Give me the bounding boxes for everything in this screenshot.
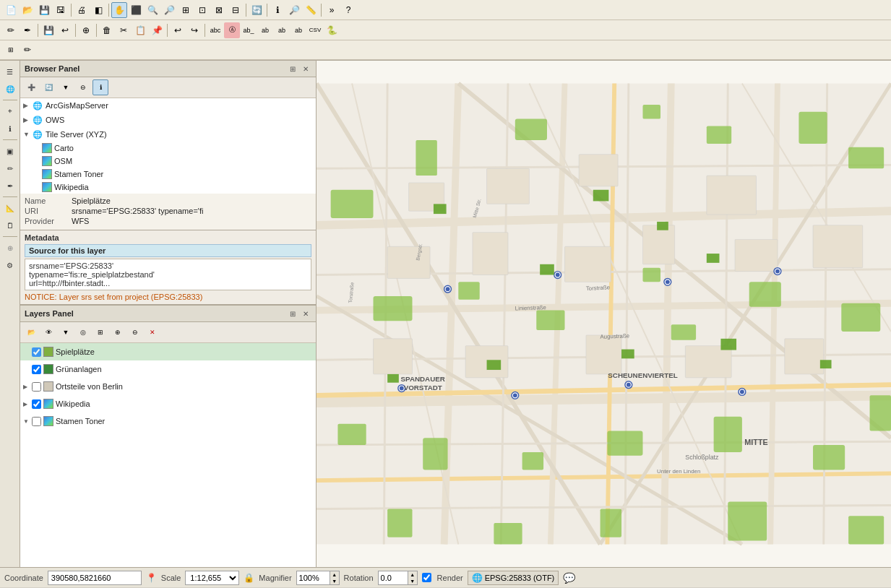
magnifier-input[interactable] [297, 571, 330, 584]
sidebar-measure-btn[interactable]: 📐 [2, 200, 18, 216]
layer-check-grunanlagen[interactable] [32, 365, 41, 374]
browser-collapse-btn[interactable]: ⊖ [75, 79, 91, 95]
tree-item-stamen[interactable]: Stamen Toner [20, 168, 316, 181]
measure-button[interactable]: 📏 [303, 2, 319, 18]
zoom-out-button[interactable]: 🔎 [161, 2, 177, 18]
label-button-5[interactable]: ab [274, 22, 290, 38]
layers-filter-btn[interactable]: ▼ [58, 324, 74, 340]
csv-button[interactable]: CSV [307, 22, 323, 38]
sidebar-identify-btn[interactable]: ℹ [2, 121, 18, 137]
zoom-layer-button[interactable]: ⊡ [194, 2, 210, 18]
preview-button[interactable]: ◧ [90, 2, 106, 18]
layer-item-stamen[interactable]: ▼ Stamen Toner [20, 412, 316, 430]
sidebar-sep-3 [3, 196, 17, 197]
redo-button[interactable]: ↪ [186, 22, 202, 38]
add-feature-button[interactable]: ⊕ [78, 22, 94, 38]
label-button-4[interactable]: ab [257, 22, 273, 38]
sidebar-browser-btn[interactable]: 🌐 [2, 81, 18, 97]
rotation-down-btn[interactable]: ▼ [408, 578, 417, 584]
paste-button[interactable]: 📌 [149, 22, 165, 38]
sidebar-processing-btn[interactable]: ⚙ [2, 257, 18, 273]
sidebar-gps-btn[interactable]: ⊕ [2, 240, 18, 256]
save-edits-button[interactable]: 💾 [40, 22, 56, 38]
copy-button[interactable]: 📋 [132, 22, 148, 38]
refresh-button[interactable]: 🔄 [249, 2, 264, 18]
layer-check-ortsteile[interactable] [32, 382, 41, 392]
identify-button[interactable]: ℹ [270, 2, 285, 18]
pan-button[interactable]: ✋ [111, 2, 127, 18]
browser-add-btn[interactable]: ➕ [23, 79, 39, 95]
tree-item-wikipedia[interactable]: Wikipedia [20, 181, 316, 194]
tree-item-arcgis[interactable]: ▶ 🌐 ArcGisMapServer [20, 98, 316, 113]
layers-style-btn[interactable]: ◎ [75, 324, 91, 340]
magnifier-down-btn[interactable]: ▼ [330, 578, 339, 584]
label-button-3[interactable]: ab_ [241, 22, 257, 38]
sidebar-digitize-btn[interactable]: ✒ [2, 178, 18, 194]
toolbar-sep-2 [108, 4, 109, 17]
digitize-button[interactable]: ✏ [3, 22, 19, 38]
tree-item-carto[interactable]: Carto [20, 142, 316, 155]
new-project-button[interactable]: 📄 [3, 2, 19, 18]
sidebar-select-btn[interactable]: ▣ [2, 143, 18, 159]
layers-collapse-btn[interactable]: ⊖ [127, 324, 143, 340]
map-area[interactable]: SPANDAUER VORSTADT SCHEUNENVIERTEL MITTE… [317, 61, 891, 567]
scale-select[interactable]: 1:12,655 1:5,000 1:25,000 1:50,000 1:100… [185, 571, 239, 585]
layer-check-wikipedia[interactable] [32, 399, 41, 409]
tree-item-tileserver[interactable]: ▼ 🌐 Tile Server (XYZ) [20, 127, 316, 142]
tree-item-osm[interactable]: OSM [20, 155, 316, 168]
browser-filter-btn[interactable]: ▼ [58, 79, 74, 95]
sidebar-edit-btn[interactable]: ✏ [2, 160, 18, 176]
help-button[interactable]: ? [340, 2, 356, 18]
select-button[interactable]: ⬛ [128, 2, 144, 18]
snap-button[interactable]: ⊞ [3, 42, 19, 58]
epsg-button[interactable]: 🌐 EPSG:25833 (OTF) [468, 571, 559, 585]
rotation-input[interactable] [379, 571, 408, 584]
layer-item-wikipedia[interactable]: ▶ Wikipedia [20, 395, 316, 412]
layers-restore-btn[interactable]: ⊞ [287, 308, 298, 319]
print-button[interactable]: 🖨 [74, 2, 90, 18]
layers-remove-btn[interactable]: ✕ [145, 324, 160, 340]
layer-check-stamen[interactable] [32, 417, 41, 426]
undo-button[interactable]: ↩ [170, 22, 186, 38]
browser-close-btn[interactable]: ✕ [300, 63, 311, 74]
open-project-button[interactable]: 📂 [20, 2, 35, 18]
digitize-2-button[interactable]: ✏ [20, 42, 35, 58]
delete-button[interactable]: 🗑 [99, 22, 115, 38]
browser-restore-btn[interactable]: ⊞ [287, 63, 298, 74]
zoom-native-button[interactable]: ⊟ [228, 2, 244, 18]
tree-item-ows[interactable]: ▶ 🌐 OWS [20, 113, 316, 127]
magnifier-up-btn[interactable]: ▲ [330, 571, 339, 578]
more-tools-button[interactable]: » [324, 2, 340, 18]
python-button[interactable]: 🐍 [324, 22, 340, 38]
rotation-up-btn[interactable]: ▲ [408, 571, 417, 578]
sidebar-annotation-btn[interactable]: 🗒 [2, 217, 18, 233]
browser-refresh-btn[interactable]: 🔄 [40, 79, 56, 95]
layers-close-btn[interactable]: ✕ [300, 308, 311, 319]
magnifier-button[interactable]: 🔎 [286, 2, 302, 18]
zoom-in-button[interactable]: 🔍 [145, 2, 160, 18]
label-button-6[interactable]: ab [290, 22, 306, 38]
sidebar-layers-btn[interactable]: ☰ [2, 64, 18, 79]
edit-button[interactable]: ✒ [20, 22, 35, 38]
rollback-button[interactable]: ↩ [57, 22, 73, 38]
save-as-button[interactable]: 🖫 [53, 2, 69, 18]
message-button[interactable]: 💬 [563, 572, 575, 584]
zoom-full-button[interactable]: ⊞ [178, 2, 194, 18]
browser-info-btn[interactable]: ℹ [92, 79, 108, 95]
label-button-2[interactable]: Ⓐ [224, 22, 240, 38]
cut-button[interactable]: ✂ [116, 22, 132, 38]
layers-visibility-btn[interactable]: 👁 [40, 324, 56, 340]
layer-item-spielplaetze[interactable]: Spielplätze [20, 343, 316, 360]
layer-item-ortsteile[interactable]: ▶ Ortsteile von Berlin [20, 378, 316, 395]
layer-check-spielplaetze[interactable] [32, 347, 41, 357]
save-button[interactable]: 💾 [36, 2, 52, 18]
open-layer-btn[interactable]: 📂 [23, 324, 39, 340]
layers-expand-btn[interactable]: ⊕ [110, 324, 126, 340]
layers-add-group-btn[interactable]: ⊞ [92, 324, 108, 340]
coord-input[interactable] [48, 571, 142, 585]
sidebar-locator-btn[interactable]: ⌖ [2, 103, 18, 119]
render-checkbox[interactable] [422, 573, 431, 582]
label-button-1[interactable]: abc [207, 22, 223, 38]
zoom-selection-button[interactable]: ⊠ [211, 2, 227, 18]
layer-item-grunanlagen[interactable]: Grünanlagen [20, 360, 316, 378]
